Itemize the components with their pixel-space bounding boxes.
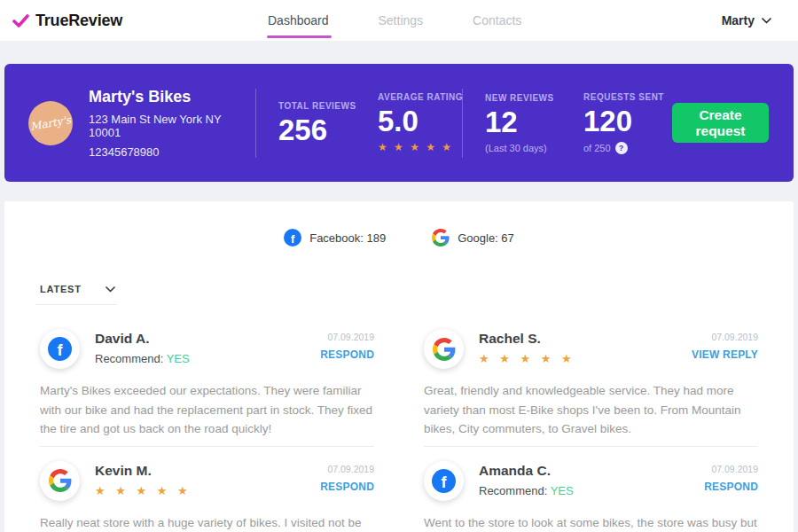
stat-average-rating-value: 5.0 (378, 106, 462, 136)
reviewer-avatar: f (40, 329, 80, 369)
view-reply-link[interactable]: VIEW REPLY (692, 348, 758, 361)
reviewer-name: Rachel S. (479, 331, 692, 347)
tab-settings-label: Settings (379, 13, 424, 27)
tab-contacts-label: Contacts (473, 13, 521, 27)
review-date: 07.09.2019 (692, 332, 758, 342)
tab-contacts[interactable]: Contacts (473, 0, 521, 41)
respond-link[interactable]: RESPOND (320, 348, 374, 361)
review-card: f David A. Recommend: YES 07.09.2019 RES… (40, 329, 374, 447)
business-address: 123 Main St New York NY 10001 (89, 113, 255, 139)
platform-summary-row: f Facebook: 189 Google: 67 (4, 201, 794, 246)
tab-settings[interactable]: Settings (379, 0, 424, 41)
google-count-label: Google: 67 (458, 231, 514, 245)
review-text: Marty's Bikes exceeded our expectations.… (40, 381, 374, 439)
review-text: Great, friendly and knowledgeable servic… (424, 381, 758, 439)
checkmark-icon (12, 14, 29, 27)
create-request-button[interactable]: Create request (672, 103, 769, 143)
help-icon[interactable]: ? (615, 142, 628, 154)
reviewer-avatar (424, 329, 464, 369)
stat-requests-quota-text: of 250 (583, 143, 611, 153)
rating-stars-icon: ★ ★ ★ ★ ★ (378, 141, 462, 153)
banner-divider (255, 89, 256, 158)
review-card: Rachel S. ★ ★ ★ ★ ★ 07.09.2019 VIEW REPL… (424, 329, 758, 447)
business-phone: 12345678980 (89, 145, 255, 159)
sort-dropdown[interactable]: LATEST (35, 284, 117, 305)
stat-total-reviews-value: 256 (278, 115, 356, 145)
google-icon (49, 469, 72, 492)
rating-stars-icon: ★ ★ ★ ★ ★ (479, 352, 692, 365)
recommend-line: Recommend: YES (479, 484, 704, 497)
respond-link[interactable]: RESPOND (320, 481, 374, 493)
tab-dashboard-label: Dashboard (268, 13, 329, 27)
reviewer-name: Amanda C. (479, 463, 704, 479)
review-card: f Amanda C. Recommend: YES 07.09.2019 RE… (424, 461, 758, 532)
business-avatar-label: Marty's (29, 113, 72, 133)
recommend-label: Recommend: (479, 484, 547, 497)
chevron-down-icon (106, 286, 115, 293)
stat-requests-quota: of 250 ? (583, 142, 672, 154)
stat-total-reviews: TOTAL REVIEWS 256 (278, 101, 356, 145)
stat-new-reviews: NEW REVIEWS 12 (Last 30 days) (485, 93, 561, 153)
user-menu[interactable]: Marty (722, 13, 771, 27)
reviews-panel: f Facebook: 189 Google: 67 LATEST (4, 201, 794, 532)
recommend-value: YES (167, 352, 190, 365)
google-review-count: Google: 67 (432, 229, 514, 246)
review-grid: f David A. Recommend: YES 07.09.2019 RES… (4, 329, 794, 532)
review-text: Went to the store to look at some bikes,… (424, 513, 758, 532)
chevron-down-icon (762, 18, 771, 24)
main-nav: Dashboard Settings Contacts (268, 0, 521, 41)
facebook-icon: f (284, 229, 301, 246)
stat-average-rating-label: AVERAGE RATING (378, 92, 462, 102)
reviewer-name: David A. (95, 331, 320, 347)
stat-new-reviews-label: NEW REVIEWS (485, 93, 561, 103)
business-info: Marty's Bikes 123 Main St New York NY 10… (89, 88, 255, 159)
review-card: Kevin M. ★ ★ ★ ★ ★ 07.09.2019 RESPOND Re… (40, 461, 374, 532)
recommend-value: YES (551, 484, 574, 497)
google-icon (432, 229, 450, 246)
brand-name: TrueReview (35, 12, 122, 30)
rating-stars-icon: ★ ★ ★ ★ ★ (95, 484, 320, 497)
stat-total-reviews-label: TOTAL REVIEWS (278, 101, 356, 111)
banner-divider (462, 89, 463, 158)
user-menu-label: Marty (722, 13, 755, 27)
top-nav-bar: TrueReview Dashboard Settings Contacts M… (0, 0, 798, 41)
review-date: 07.09.2019 (320, 332, 374, 342)
stat-new-reviews-value: 12 (485, 107, 561, 137)
facebook-review-count: f Facebook: 189 (284, 229, 386, 246)
stat-average-rating: AVERAGE RATING 5.0 ★ ★ ★ ★ ★ (378, 92, 462, 153)
business-name: Marty's Bikes (89, 88, 255, 106)
respond-link[interactable]: RESPOND (704, 481, 758, 493)
sort-selected-value: LATEST (40, 284, 82, 294)
reviewer-avatar: f (424, 461, 464, 501)
reviewer-name: Kevin M. (95, 463, 320, 479)
facebook-icon: f (48, 337, 72, 361)
stat-requests-sent-value: 120 (583, 106, 672, 136)
stat-requests-sent-label: REQUESTS SENT (583, 92, 672, 102)
recommend-label: Recommend: (95, 352, 163, 365)
review-date: 07.09.2019 (704, 464, 758, 474)
google-icon (433, 338, 456, 361)
facebook-count-label: Facebook: 189 (309, 231, 386, 245)
review-date: 07.09.2019 (320, 464, 374, 474)
business-summary-banner: Marty's Marty's Bikes 123 Main St New Yo… (4, 64, 794, 182)
recommend-line: Recommend: YES (95, 352, 320, 365)
brand-logo[interactable]: TrueReview (12, 12, 122, 30)
stat-requests-sent: REQUESTS SENT 120 of 250 ? (583, 92, 672, 154)
active-tab-underline (267, 35, 332, 38)
reviewer-avatar (40, 461, 80, 501)
facebook-icon: f (432, 469, 456, 493)
review-text: Really neat store with a huge variety of… (40, 513, 374, 532)
stat-new-reviews-period: (Last 30 days) (485, 143, 561, 153)
business-avatar: Marty's (28, 101, 73, 145)
tab-dashboard[interactable]: Dashboard (268, 0, 329, 41)
